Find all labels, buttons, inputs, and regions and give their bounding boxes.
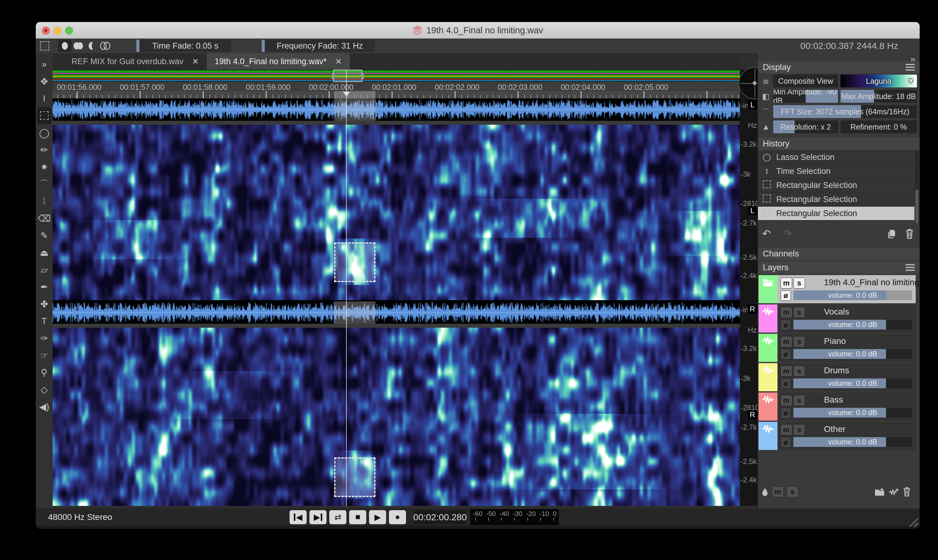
phase-invert-button[interactable]: ø (781, 408, 791, 418)
harmonics-selection-tool[interactable]: ⁞ (37, 192, 51, 210)
pane-divider[interactable] (52, 324, 740, 328)
hand-tool[interactable]: ☞ (37, 347, 51, 364)
heal-tool[interactable]: ▱ (37, 261, 51, 278)
selection-rectangle-left[interactable] (334, 242, 375, 282)
spray-tool[interactable]: ✤ (37, 295, 51, 312)
skip-to-end-button[interactable]: ▶ (309, 510, 326, 524)
layer-name[interactable]: 19th 4.0_Final no limiting.w (824, 278, 920, 287)
layer-waveform-icon[interactable] (758, 363, 778, 391)
menu-icon[interactable] (906, 64, 915, 71)
delete-layer-icon[interactable] (902, 487, 912, 497)
phase-invert-button[interactable]: ø (781, 378, 791, 389)
solo-button[interactable]: s (793, 395, 805, 406)
picker-tool[interactable]: ✑ (37, 329, 51, 347)
solo-button[interactable]: s (793, 336, 805, 347)
history-scrollbar[interactable] (915, 151, 919, 224)
composite-view-button[interactable]: Composite View (773, 75, 838, 88)
rectangular-selection-tool[interactable] (37, 107, 51, 124)
display-section-header[interactable]: Display (758, 61, 920, 73)
time-selection-tool[interactable]: I (37, 90, 51, 107)
phase-invert-button[interactable]: ø (781, 320, 791, 330)
frequency-selection-tool[interactable]: ⌒ (37, 175, 51, 192)
mute-all-button[interactable]: m (772, 486, 784, 497)
waveform-left-channel[interactable] (52, 98, 740, 121)
phase-invert-button[interactable]: ø (781, 291, 791, 301)
mute-button[interactable]: m (781, 336, 792, 347)
lasso-selection-tool[interactable]: ◯ (37, 124, 51, 141)
clone-stamp-tool[interactable]: ⏏ (37, 244, 51, 261)
history-item[interactable]: Rectangular Selection (758, 178, 915, 192)
volume-slider[interactable]: volume: 0.0 dB (793, 320, 912, 329)
mute-button[interactable]: m (781, 366, 792, 377)
selection-style-icon[interactable] (40, 41, 49, 51)
mute-button[interactable]: m (781, 424, 792, 435)
mute-button[interactable]: m (781, 307, 792, 318)
layer-row-19th-4-0-final-no-limiting-w[interactable]: ms19th 4.0_Final no limiting.wøvolume: 0… (758, 275, 916, 303)
layer-row-other[interactable]: msOtherøvolume: 0.0 dB (758, 422, 916, 450)
colormap-select[interactable]: Laguna▼ (841, 75, 917, 88)
play-button[interactable]: ▶ (369, 510, 386, 524)
spectrogram-left-channel[interactable] (52, 125, 740, 300)
time-ruler[interactable]: 00:01:56.00000:01:57.00000:01:58.00000:0… (52, 82, 740, 98)
new-group-icon[interactable] (874, 487, 885, 497)
layer-waveform-icon[interactable] (758, 392, 778, 421)
layer-name[interactable]: Vocals (824, 307, 849, 317)
history-item[interactable]: Rectangular Selection (758, 192, 915, 207)
layers-section-header[interactable]: Layers (758, 262, 920, 274)
zoom-tool[interactable]: ⚲ (37, 364, 51, 381)
record-button[interactable]: ● (389, 510, 406, 524)
eraser-tool[interactable]: ⌫ (37, 210, 51, 227)
time-fade-field[interactable]: Time Fade: 0.05 s (136, 40, 231, 52)
pane-divider[interactable] (52, 121, 740, 125)
stop-button[interactable]: ■ (349, 510, 366, 524)
volume-slider[interactable]: volume: 0.0 dB (793, 349, 912, 359)
channels-section-header[interactable]: Channels (758, 248, 920, 260)
selection-mode-new[interactable] (58, 40, 72, 52)
frequency-fade-field[interactable]: Frequency Fade: 31 Hz (262, 40, 375, 52)
min-amplitude-slider[interactable]: Min Amplitude: -90 dB (773, 90, 838, 103)
redo-icon[interactable]: ↷ (783, 228, 792, 240)
solo-button[interactable]: s (793, 278, 805, 289)
magic-wand-tool[interactable]: ✷ (37, 158, 51, 175)
tab-close-icon[interactable]: ✕ (335, 57, 342, 66)
selection-mode-intersect[interactable] (98, 40, 112, 52)
layer-row-vocals[interactable]: msVocalsøvolume: 0.0 dB (758, 305, 916, 332)
overview-handle-left[interactable] (332, 73, 334, 80)
text-tool[interactable]: T (37, 312, 51, 329)
layer-waveform-icon[interactable] (758, 422, 778, 450)
refinement-slider[interactable]: Refinement: 0 % (841, 120, 917, 133)
duplicate-state-icon[interactable] (887, 229, 896, 239)
skip-to-start-button[interactable]: ◀ (289, 510, 307, 524)
delete-state-icon[interactable] (905, 229, 914, 239)
layer-row-bass[interactable]: msBassøvolume: 0.0 dB (758, 392, 916, 421)
mute-button[interactable]: m (781, 395, 792, 406)
layer-name[interactable]: Drums (824, 366, 849, 375)
volume-slider[interactable]: volume: 0.0 dB (793, 291, 912, 300)
tab-1[interactable]: REF MIX for Guit overdub.wav✕ (64, 53, 207, 70)
playback-tool[interactable]: ◀) (37, 398, 51, 415)
phase-invert-button[interactable]: ø (781, 349, 791, 360)
layer-waveform-icon[interactable] (758, 334, 778, 362)
mute-button[interactable]: m (781, 278, 792, 289)
pencil-tool[interactable]: ✒ (37, 278, 51, 295)
solo-all-button[interactable]: s (787, 486, 798, 497)
layer-waveform-icon[interactable] (758, 305, 778, 332)
history-section-header[interactable]: History (758, 138, 920, 150)
layer-row-piano[interactable]: msPianoøvolume: 0.0 dB (758, 334, 916, 362)
layer-name[interactable]: Other (824, 424, 845, 434)
layer-name[interactable]: Bass (824, 395, 843, 405)
resolution-slider[interactable]: Resolution: x 2 (773, 120, 838, 133)
menu-icon[interactable] (906, 264, 915, 271)
history-scrollbar-thumb[interactable] (915, 189, 918, 224)
solo-button[interactable]: s (793, 307, 805, 318)
solo-button[interactable]: s (793, 424, 805, 435)
overview-view-window[interactable] (333, 70, 362, 82)
amplifier-tool[interactable]: ✎ (37, 227, 51, 244)
fill-tool-icon[interactable] (761, 487, 769, 497)
spectrogram-right-channel[interactable] (52, 328, 740, 506)
tab-2[interactable]: 19th 4.0_Final no limiting.wav*✕ (207, 53, 350, 70)
editor-area[interactable]: 00:01:56.00000:01:57.00000:01:58.00000:0… (52, 70, 740, 506)
playhead-marker[interactable] (343, 92, 350, 97)
brush-selection-tool[interactable]: ✏ (37, 141, 51, 158)
new-layer-icon[interactable] (888, 487, 899, 497)
